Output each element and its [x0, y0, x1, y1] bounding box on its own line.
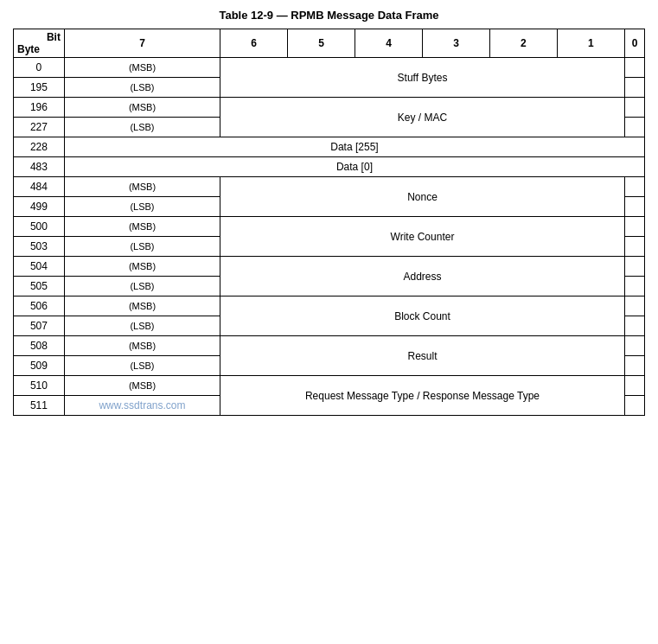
- empty-cell: [624, 177, 644, 197]
- address-label: Address: [220, 257, 625, 296]
- byte-label: Byte: [17, 43, 61, 55]
- nonce-label: Nonce: [220, 177, 625, 217]
- key-mac-label: Key / MAC: [220, 98, 625, 137]
- bit-byte-header: Bit Byte: [14, 29, 65, 58]
- lsb-label: (LSB): [64, 277, 220, 296]
- col-header-7: 7: [64, 29, 220, 58]
- byte-num: 503: [14, 237, 65, 257]
- result-label: Result: [220, 336, 625, 376]
- table-row: 510 (MSB) Request Message Type / Respons…: [14, 376, 645, 396]
- byte-num: 195: [14, 78, 65, 98]
- table-row: 484 (MSB) Nonce: [14, 177, 645, 197]
- empty-cell: [624, 376, 644, 396]
- table-row: 228 Data [255]: [14, 137, 645, 157]
- watermark-cell: www.ssdtrans.com: [64, 396, 220, 416]
- msb-label: (MSB): [64, 376, 220, 396]
- table-row: 506 (MSB) Block Count: [14, 296, 645, 316]
- lsb-label: (LSB): [64, 78, 220, 98]
- table-row: 504 (MSB) Address: [14, 257, 645, 277]
- col-header-5: 5: [288, 29, 355, 58]
- stuff-bytes-label: Stuff Bytes: [220, 58, 625, 98]
- bit-label: Bit: [17, 31, 61, 43]
- byte-num: 500: [14, 217, 65, 237]
- col-header-1: 1: [557, 29, 624, 58]
- byte-num: 484: [14, 177, 65, 197]
- byte-num: 0: [14, 58, 65, 78]
- msb-label: (MSB): [64, 58, 220, 78]
- lsb-label: (LSB): [64, 118, 220, 137]
- byte-num: 504: [14, 257, 65, 277]
- msb-label: (MSB): [64, 98, 220, 118]
- msb-label: (MSB): [64, 257, 220, 277]
- byte-num: 510: [14, 376, 65, 396]
- byte-num: 196: [14, 98, 65, 118]
- lsb-label: (LSB): [64, 197, 220, 217]
- msb-label: (MSB): [64, 217, 220, 237]
- byte-num: 508: [14, 336, 65, 356]
- byte-num: 505: [14, 277, 65, 296]
- byte-num: 227: [14, 118, 65, 137]
- byte-num: 511: [14, 396, 65, 416]
- watermark: www.ssdtrans.com: [99, 399, 185, 411]
- msb-label: (MSB): [64, 296, 220, 316]
- col-header-6: 6: [220, 29, 288, 58]
- data-table: Bit Byte 7 6 5 4 3 2 1 0 0 (MSB) Stuff B…: [13, 29, 645, 416]
- col-header-0: 0: [624, 29, 644, 58]
- table-row: 483 Data [0]: [14, 157, 645, 177]
- write-counter-label: Write Counter: [220, 217, 625, 257]
- empty-cell: [624, 336, 644, 356]
- col-header-2: 2: [489, 29, 557, 58]
- table-row: 196 (MSB) Key / MAC: [14, 98, 645, 118]
- message-type-label: Request Message Type / Response Message …: [220, 376, 625, 416]
- msb-label: (MSB): [64, 336, 220, 356]
- empty-cell: [624, 296, 644, 316]
- col-header-4: 4: [355, 29, 423, 58]
- table-row: 500 (MSB) Write Counter: [14, 217, 645, 237]
- byte-num: 506: [14, 296, 65, 316]
- lsb-label: (LSB): [64, 237, 220, 257]
- byte-num: 499: [14, 197, 65, 217]
- table-row: 0 (MSB) Stuff Bytes: [14, 58, 645, 78]
- lsb-label: (LSB): [64, 316, 220, 336]
- empty-cell: [624, 58, 644, 78]
- col-header-3: 3: [422, 29, 489, 58]
- empty-cell: [624, 217, 644, 237]
- byte-num: 483: [14, 157, 65, 177]
- table-row: 508 (MSB) Result: [14, 336, 645, 356]
- byte-num: 509: [14, 356, 65, 376]
- byte-num: 507: [14, 316, 65, 336]
- block-count-label: Block Count: [220, 296, 625, 336]
- empty-cell: [624, 257, 644, 277]
- page-title: Table 12-9 — RPMB Message Data Frame: [13, 9, 645, 22]
- empty-cell: [624, 98, 644, 118]
- data-255-label: Data [255]: [64, 137, 644, 157]
- data-0-label: Data [0]: [64, 157, 644, 177]
- byte-num: 228: [14, 137, 65, 157]
- lsb-label: (LSB): [64, 356, 220, 376]
- msb-label: (MSB): [64, 177, 220, 197]
